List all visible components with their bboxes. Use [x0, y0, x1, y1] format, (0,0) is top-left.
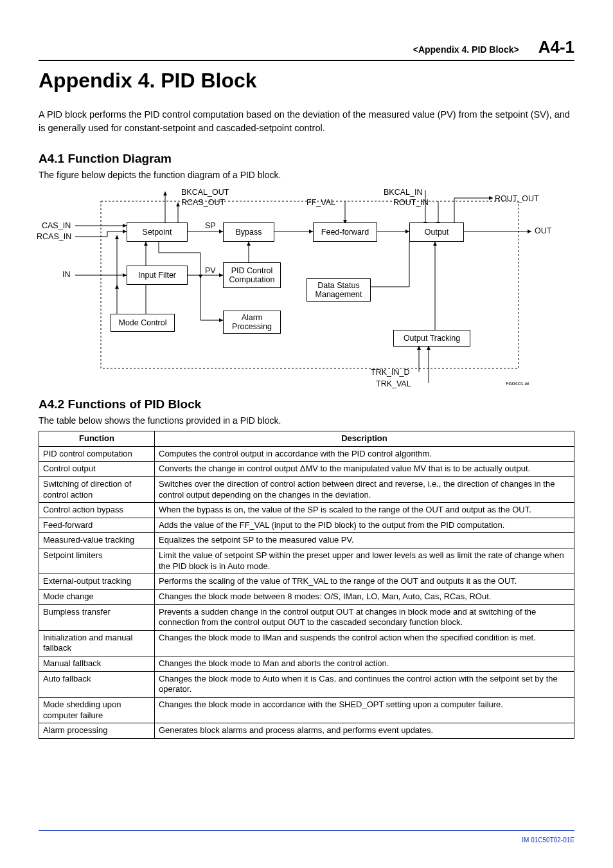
cell-function: Switching of direction of control action: [39, 476, 155, 502]
breadcrumb: <Appendix 4. PID Block>: [413, 44, 519, 55]
box-setpoint: Setpoint: [127, 222, 188, 242]
cell-function: Mode change: [39, 589, 155, 604]
page-header: <Appendix 4. PID Block> A4-1: [39, 37, 574, 61]
cell-function: External-output tracking: [39, 574, 155, 590]
table-row: Manual fallbackChanges the block mode to…: [39, 656, 574, 672]
table-row: Setpoint limitersLimit the value of setp…: [39, 548, 574, 574]
table-row: Auto fallbackChanges the block mode to A…: [39, 671, 574, 697]
table-row: Measured-value trackingEqualizes the set…: [39, 533, 574, 548]
table-row: Control outputConverts the change in con…: [39, 462, 574, 477]
cell-function: Mode shedding upon computer failure: [39, 697, 155, 723]
label-trk-val: TRK_VAL: [376, 379, 411, 388]
cell-function: Initialization and manual fallback: [39, 630, 155, 656]
cell-description: When the bypass is on, the value of the …: [155, 503, 574, 518]
page-title: Appendix 4. PID Block: [39, 69, 574, 93]
label-out: OUT: [535, 226, 551, 235]
cell-function: Manual fallback: [39, 656, 155, 672]
section-2-caption: The table below shows the functions prov…: [39, 415, 574, 426]
box-data-status: Data Status Management: [306, 278, 371, 302]
cell-description: Limit the value of setpoint SP within th…: [155, 548, 574, 574]
label-pv: PV: [205, 266, 216, 275]
box-output: Output: [409, 222, 464, 242]
label-ff-val: FF_VAL: [306, 198, 335, 207]
intro-text: A PID block performs the PID control com…: [39, 108, 574, 135]
label-rcas-in: RCAS_IN: [37, 232, 71, 241]
section-1-heading: A4.1 Function Diagram: [39, 152, 574, 166]
box-bypass: Bypass: [223, 222, 274, 242]
box-input-filter: Input Filter: [127, 266, 188, 285]
label-rout-out: ROUT_OUT: [495, 194, 539, 203]
label-in: IN: [62, 270, 71, 279]
figure-reference: FA0401.ai: [506, 381, 529, 386]
cell-description: Changes the block mode to IMan and suspe…: [155, 630, 574, 656]
th-function: Function: [39, 431, 155, 447]
label-cas-in: CAS_IN: [42, 221, 71, 230]
page-number: A4-1: [538, 37, 574, 57]
cell-function: PID control computation: [39, 446, 155, 462]
cell-function: Auto fallback: [39, 671, 155, 697]
section-2-heading: A4.2 Functions of PID Block: [39, 397, 574, 411]
footer-text: IM 01C50T02-01E: [522, 836, 574, 844]
box-feed-forward: Feed-forward: [313, 222, 377, 242]
cell-function: Measured-value tracking: [39, 533, 155, 548]
cell-function: Bumpless transfer: [39, 604, 155, 630]
table-row: Mode changeChanges the block mode betwee…: [39, 589, 574, 604]
cell-description: Changes the block mode in accordance wit…: [155, 697, 574, 723]
table-row: Feed-forwardAdds the value of the FF_VAL…: [39, 518, 574, 533]
cell-description: Performs the scaling of the value of TRK…: [155, 574, 574, 590]
table-row: Control action bypassWhen the bypass is …: [39, 503, 574, 518]
box-output-tracking: Output Tracking: [393, 330, 470, 347]
cell-description: Adds the value of the FF_VAL (input to t…: [155, 518, 574, 533]
functions-table: Function Description PID control computa…: [39, 431, 574, 739]
table-row: Alarm processingGenerates block alarms a…: [39, 723, 574, 739]
cell-function: Control action bypass: [39, 503, 155, 518]
cell-function: Feed-forward: [39, 518, 155, 533]
box-alarm-processing: Alarm Processing: [223, 311, 281, 334]
cell-description: Changes the block mode to Man and aborts…: [155, 656, 574, 672]
box-pid-computation: PID Control Computation: [223, 262, 281, 288]
table-row: External-output trackingPerforms the sca…: [39, 574, 574, 590]
label-bkcal-out: BKCAL_OUT: [181, 188, 229, 197]
table-row: Mode shedding upon computer failureChang…: [39, 697, 574, 723]
cell-function: Control output: [39, 462, 155, 477]
cell-function: Alarm processing: [39, 723, 155, 739]
cell-description: Computes the control output in accordanc…: [155, 446, 574, 462]
section-1-caption: The figure below depicts the function di…: [39, 170, 574, 180]
cell-description: Changes the block mode to Auto when it i…: [155, 671, 574, 697]
cell-description: Switches over the direction of control a…: [155, 476, 574, 502]
footer-rule: [39, 830, 574, 831]
box-mode-control: Mode Control: [111, 314, 175, 332]
label-rout-in: ROUT_IN: [393, 198, 429, 207]
th-description: Description: [155, 431, 574, 447]
cell-description: Prevents a sudden change in the control …: [155, 604, 574, 630]
table-row: PID control computationComputes the cont…: [39, 446, 574, 462]
cell-function: Setpoint limiters: [39, 548, 155, 574]
cell-description: Equalizes the setpoint SP to the measure…: [155, 533, 574, 548]
label-sp: SP: [205, 221, 216, 230]
label-trk-in-d: TRK_IN_D: [371, 368, 409, 377]
cell-description: Converts the change in control output ΔM…: [155, 462, 574, 477]
function-diagram: Setpoint Bypass Feed-forward Output Inpu…: [43, 185, 570, 391]
cell-description: Generates block alarms and process alarm…: [155, 723, 574, 739]
table-row: Initialization and manual fallbackChange…: [39, 630, 574, 656]
cell-description: Changes the block mode between 8 modes: …: [155, 589, 574, 604]
table-row: Bumpless transferPrevents a sudden chang…: [39, 604, 574, 630]
label-bkcal-in: BKCAL_IN: [384, 188, 422, 197]
label-rcas-out: RCAS_OUT: [181, 198, 225, 207]
table-row: Switching of direction of control action…: [39, 476, 574, 502]
